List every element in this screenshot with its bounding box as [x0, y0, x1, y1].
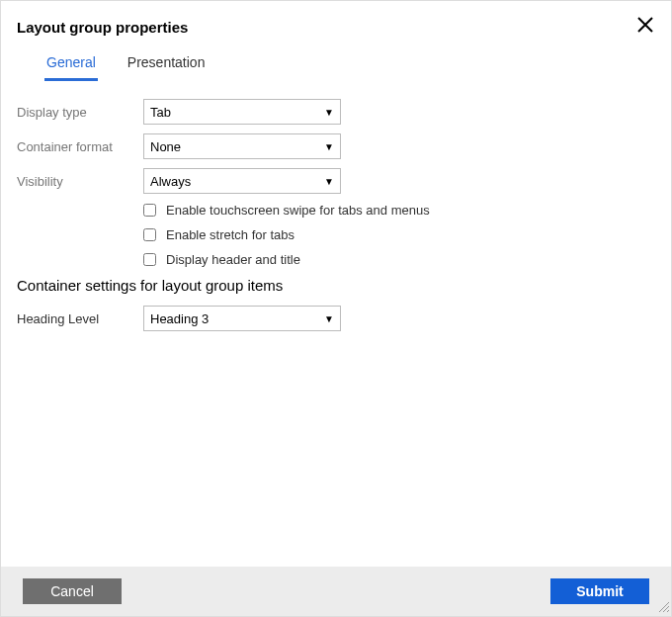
select-heading-level[interactable]: Heading 3 ▼: [143, 306, 341, 331]
checkbox-stretch-label: Enable stretch for tabs: [166, 227, 294, 242]
close-icon[interactable]: [635, 15, 655, 39]
chevron-down-icon: ▼: [324, 141, 334, 152]
select-visibility-value: Always: [150, 174, 191, 189]
label-visibility: Visibility: [17, 174, 143, 189]
tab-presentation[interactable]: Presentation: [126, 48, 208, 81]
cancel-button[interactable]: Cancel: [23, 578, 122, 604]
dialog-footer: Cancel Submit: [1, 567, 671, 616]
chevron-down-icon: ▼: [324, 107, 334, 118]
select-display-type-value: Tab: [150, 105, 171, 120]
select-container-format-value: None: [150, 139, 181, 154]
checkbox-stretch[interactable]: [143, 228, 156, 241]
chevron-down-icon: ▼: [324, 313, 334, 324]
checkbox-header-title[interactable]: [143, 253, 156, 266]
tab-general[interactable]: General: [44, 48, 98, 81]
submit-button[interactable]: Submit: [550, 578, 649, 604]
chevron-down-icon: ▼: [324, 176, 334, 187]
label-container-format: Container format: [17, 139, 143, 154]
select-display-type[interactable]: Tab ▼: [143, 99, 341, 125]
checkbox-swipe[interactable]: [143, 204, 156, 217]
checkbox-swipe-label: Enable touchscreen swipe for tabs and me…: [166, 203, 430, 218]
label-display-type: Display type: [17, 105, 143, 120]
section-container-settings: Container settings for layout group item…: [17, 277, 655, 294]
select-visibility[interactable]: Always ▼: [143, 168, 341, 194]
tab-bar: General Presentation: [1, 48, 671, 81]
dialog-title: Layout group properties: [17, 19, 188, 36]
select-container-format[interactable]: None ▼: [143, 133, 341, 159]
checkbox-header-title-label: Display header and title: [166, 252, 300, 267]
label-heading-level: Heading Level: [17, 311, 143, 326]
select-heading-level-value: Heading 3: [150, 311, 209, 326]
